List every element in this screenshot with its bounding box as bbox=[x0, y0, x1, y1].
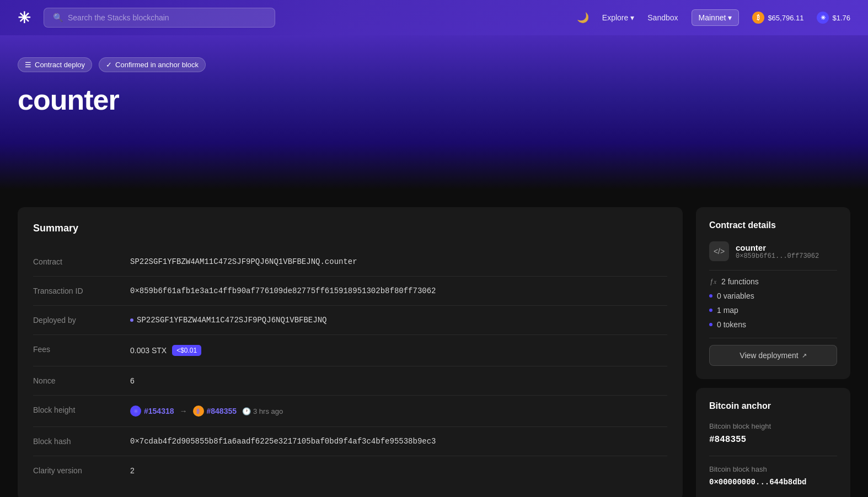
stx-block-icon: ✳ bbox=[130, 406, 141, 417]
btc-block-hash-value: 0×00000000...644b8dbd bbox=[709, 478, 837, 487]
confirmed-badge: ✓ Confirmed in anchor block bbox=[99, 57, 206, 72]
nonce-label: Nonce bbox=[33, 376, 121, 385]
block-height-value: ✳ #154318 → ₿ #848355 🕐 3 hrs ago bbox=[130, 406, 283, 417]
table-row: Clarity version 2 bbox=[33, 456, 667, 485]
block-hash-value: 0×7cdab4f2d905855b8f1a6aadf6225e3217105b… bbox=[130, 437, 436, 446]
btc-block-number: #848355 bbox=[207, 407, 237, 415]
contract-details-title: Contract details bbox=[709, 220, 837, 230]
deploy-badge: ☰ Contract deploy bbox=[18, 57, 92, 72]
hero-section: ☰ Contract deploy ✓ Confirmed in anchor … bbox=[0, 35, 868, 190]
btc-icon: ₿ bbox=[752, 12, 764, 24]
map-count: 1 map bbox=[717, 306, 738, 315]
deployer-dot-icon bbox=[130, 318, 133, 322]
explore-button[interactable]: Explore ▾ bbox=[602, 13, 634, 22]
fx-icon: ƒ𝑥 bbox=[709, 278, 717, 285]
btc-block-hash-label: Bitcoin block hash bbox=[709, 465, 837, 473]
table-row: Contract SP22SGF1YFBZW4AM11C472SJF9PQJ6N… bbox=[33, 247, 667, 277]
block-hash-label: Block hash bbox=[33, 437, 121, 446]
deployer-value: SP22SGF1YFBZW4AM11C472SJF9PQJ6NQ1VBFBEJN… bbox=[130, 316, 326, 325]
block-height-label: Block height bbox=[33, 406, 121, 414]
tokens-stat: 0 tokens bbox=[709, 320, 837, 329]
btc-block-height-value: #848355 bbox=[709, 435, 837, 445]
fees-label: Fees bbox=[33, 345, 121, 354]
anchor-section: Bitcoin block height #848355 Bitcoin blo… bbox=[709, 422, 837, 497]
dot-icon bbox=[709, 323, 712, 326]
search-bar[interactable]: 🔍 bbox=[44, 8, 275, 28]
btc-block-height-field: Bitcoin block height #848355 bbox=[709, 422, 837, 445]
btc-block-height-label: Bitcoin block height bbox=[709, 422, 837, 430]
content-area: Summary Contract SP22SGF1YFBZW4AM11C472S… bbox=[0, 190, 868, 497]
sandbox-button[interactable]: Sandbox bbox=[647, 13, 678, 22]
dot-icon bbox=[709, 309, 712, 312]
summary-title: Summary bbox=[33, 223, 667, 234]
confirmed-label: Confirmed in anchor block bbox=[115, 61, 199, 69]
check-icon: ✓ bbox=[106, 61, 112, 69]
stx-icon: ✳ bbox=[817, 12, 829, 24]
deployer-address: SP22SGF1YFBZW4AM11C472SJF9PQJ6NQ1VBFBEJN… bbox=[137, 316, 326, 325]
txid-label: Transaction ID bbox=[33, 287, 121, 295]
breadcrumb: ☰ Contract deploy ✓ Confirmed in anchor … bbox=[18, 57, 850, 72]
theme-toggle[interactable]: 🌙 bbox=[577, 12, 589, 24]
arrow-icon: → bbox=[180, 407, 187, 415]
contract-stats: ƒ𝑥 2 functions 0 variables 1 map 0 token… bbox=[709, 277, 837, 329]
divider bbox=[709, 270, 837, 271]
contract-label: Contract bbox=[33, 257, 121, 266]
clarity-label: Clarity version bbox=[33, 466, 121, 475]
chevron-down-icon: ▾ bbox=[630, 13, 634, 22]
table-row: Block height ✳ #154318 → ₿ #848355 🕐 3 h… bbox=[33, 396, 667, 427]
dot-icon bbox=[709, 294, 712, 298]
fees-stx: 0.003 STX bbox=[130, 346, 167, 355]
time-ago-text: 3 hrs ago bbox=[253, 407, 283, 415]
btc-block-icon: ₿ bbox=[193, 406, 204, 417]
header-nav: 🌙 Explore ▾ Sandbox Mainnet ▾ ₿ $65,796.… bbox=[577, 9, 850, 26]
table-row: Deployed by SP22SGF1YFBZW4AM11C472SJF9PQ… bbox=[33, 306, 667, 335]
mainnet-button[interactable]: Mainnet ▾ bbox=[692, 9, 740, 26]
explore-label: Explore bbox=[602, 13, 628, 22]
deployer-label: Deployed by bbox=[33, 316, 121, 325]
header: ✳ 🔍 🌙 Explore ▾ Sandbox Mainnet ▾ ₿ $65,… bbox=[0, 0, 868, 35]
btc-price-badge: ₿ $65,796.11 bbox=[752, 12, 803, 24]
contract-value: SP22SGF1YFBZW4AM11C472SJF9PQJ6NQ1VBFBEJN… bbox=[130, 257, 357, 266]
variables-stat: 0 variables bbox=[709, 291, 837, 300]
clarity-value: 2 bbox=[130, 466, 135, 475]
fees-value: 0.003 STX <$0.01 bbox=[130, 345, 201, 356]
sidebar: Contract details </> counter 0×859b6f61.… bbox=[696, 207, 850, 497]
table-row: Transaction ID 0×859b6f61afb1e3a1c4ffb90… bbox=[33, 277, 667, 306]
table-row: Fees 0.003 STX <$0.01 bbox=[33, 335, 667, 366]
divider bbox=[709, 456, 837, 456]
variables-count: 0 variables bbox=[717, 291, 754, 300]
page-title: counter bbox=[18, 83, 850, 116]
contract-code-icon: </> bbox=[709, 241, 729, 261]
bitcoin-anchor-title: Bitcoin anchor bbox=[709, 401, 837, 411]
stx-price-badge: ✳ $1.76 bbox=[817, 12, 850, 24]
btc-block-pill[interactable]: ₿ #848355 bbox=[193, 406, 237, 417]
view-deployment-label: View deployment bbox=[740, 351, 798, 360]
btc-block-hash-field: Bitcoin block hash 0×00000000...644b8dbd bbox=[709, 465, 837, 487]
view-deployment-button[interactable]: View deployment ↗ bbox=[709, 345, 837, 366]
table-row: Block hash 0×7cdab4f2d905855b8f1a6aadf62… bbox=[33, 427, 667, 456]
nonce-value: 6 bbox=[130, 376, 135, 385]
logo-icon: ✳ bbox=[18, 9, 30, 27]
txid-value: 0×859b6f61afb1e3a1c4ffb90af776109de82775… bbox=[130, 287, 436, 295]
bitcoin-anchor-card: Bitcoin anchor Bitcoin block height #848… bbox=[696, 388, 850, 497]
tokens-count: 0 tokens bbox=[717, 320, 746, 329]
stx-price: $1.76 bbox=[832, 14, 850, 22]
contract-hash: 0×859b6f61...0ff73062 bbox=[736, 252, 819, 260]
time-ago: 🕐 3 hrs ago bbox=[242, 407, 283, 415]
stx-block-pill[interactable]: ✳ #154318 bbox=[130, 406, 174, 417]
deploy-label: Contract deploy bbox=[35, 61, 85, 69]
btc-price: $65,796.11 bbox=[768, 14, 803, 22]
mainnet-label: Mainnet bbox=[699, 13, 726, 22]
search-icon: 🔍 bbox=[53, 13, 63, 23]
clock-icon: 🕐 bbox=[242, 407, 251, 415]
functions-stat: ƒ𝑥 2 functions bbox=[709, 277, 837, 286]
search-input[interactable] bbox=[68, 13, 266, 22]
deploy-icon: ☰ bbox=[25, 61, 31, 69]
map-stat: 1 map bbox=[709, 306, 837, 315]
contract-name: counter bbox=[736, 243, 819, 252]
summary-card: Summary Contract SP22SGF1YFBZW4AM11C472S… bbox=[18, 207, 683, 497]
divider bbox=[709, 338, 837, 338]
contract-header: </> counter 0×859b6f61...0ff73062 bbox=[709, 241, 837, 261]
stx-block-number: #154318 bbox=[144, 407, 174, 415]
fees-usd-badge: <$0.01 bbox=[172, 345, 201, 356]
